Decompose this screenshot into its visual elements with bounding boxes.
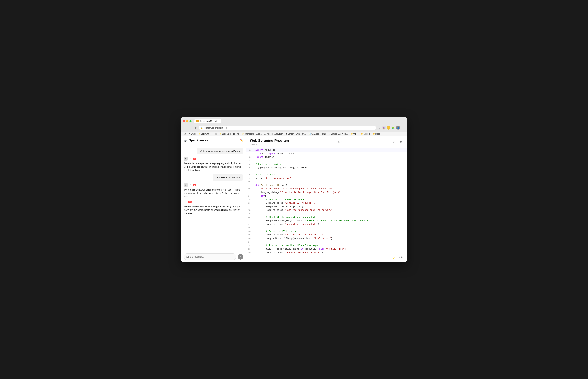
bookmark-langsmith[interactable]: 📁 LangSmith Projects: [218, 132, 240, 135]
line-num-12: 12: [246, 187, 253, 190]
line-num-23: 23: [246, 226, 253, 229]
line-num-9: 9: [246, 177, 253, 180]
maximize-window-button[interactable]: [189, 120, 192, 122]
extension-icon-2[interactable]: ⚡: [387, 126, 391, 130]
chat-input[interactable]: [184, 253, 236, 260]
line-num-17: 17: [246, 205, 253, 208]
bookmark-langchain-repos-label: LangChain Repos: [201, 133, 217, 135]
assistant-avatar-2: A: [184, 183, 188, 187]
extensions-icon[interactable]: 🧩: [391, 126, 395, 130]
browser-menu-button[interactable]: ⋮: [401, 126, 405, 130]
code-panel: Web Scraping Program Saved ✓ ← 3 / 3 → ⚙…: [246, 136, 407, 262]
code-line-8: 8 # URL to scrape: [246, 173, 407, 177]
gmail-icon: M: [189, 133, 190, 135]
code-line-7: 7: [246, 170, 407, 173]
user-message-1: Write a web scraping program in Python: [197, 148, 243, 155]
bookmark-claude[interactable]: ☁ Claude (Ant Work...: [328, 132, 349, 135]
line-code-1: import requests: [256, 148, 407, 152]
bookmark-star-icon[interactable]: ☆: [377, 126, 381, 130]
nav-icons-right: ☆ 🔮 ⚡ 🧩 👤 ⋮: [377, 126, 405, 130]
assistant-text-2b: I've completed the web scraping program …: [184, 205, 243, 215]
line-num-14: 14: [246, 194, 253, 198]
assistant-message-2: A ↗ 1× I've generated a web scraping pro…: [184, 183, 243, 215]
close-window-button[interactable]: [183, 120, 185, 122]
line-num-19: 19: [246, 212, 253, 215]
code-title: Web Scraping Program: [250, 139, 289, 143]
code-line-30: 30 logging.debug(f'Page title found: {ti…: [246, 251, 407, 253]
line-num-6: 6: [246, 166, 253, 169]
bookmark-claude-label: Claude (Ant Work...: [331, 133, 348, 135]
tab-favicon: [196, 120, 199, 122]
settings-button[interactable]: ⚙: [391, 139, 396, 145]
line-num-21: 21: [246, 219, 253, 222]
code-next-button[interactable]: →: [344, 140, 348, 144]
edit-chat-button[interactable]: ✏️: [240, 139, 243, 142]
code-line-29: 29 title = soup.title.string if soup.tit…: [246, 247, 407, 251]
share-icon-2[interactable]: ↗: [189, 183, 192, 187]
code-header: Web Scraping Program Saved ✓ ← 3 / 3 → ⚙…: [246, 136, 407, 147]
line-num-28: 28: [246, 244, 253, 247]
send-button[interactable]: ▶: [238, 254, 243, 259]
assistant-avatar-1: A: [184, 157, 188, 160]
code-prev-button[interactable]: ←: [331, 140, 336, 144]
code-line-1: 1 import requests: [246, 148, 407, 152]
active-tab[interactable]: Streaming UI chat ×: [194, 119, 221, 123]
code-line-2: 2 from bs4 import BeautifulSoup: [246, 152, 407, 155]
bookmark-models[interactable]: 📁 Models: [360, 132, 371, 135]
bookmark-docs[interactable]: 📁 Docs: [372, 132, 381, 135]
profile-icon[interactable]: 👤: [396, 126, 400, 130]
code-line-16: 16 logging.debug('Sending GET request...…: [246, 201, 407, 205]
sub-share-icon[interactable]: ↗: [184, 200, 187, 204]
minimize-window-button[interactable]: [186, 120, 188, 122]
bookmark-analytics[interactable]: 📊 Analytics | Home: [308, 132, 327, 135]
chat-panel: 💬 Open Canvas ✏️ Write a web scraping pr…: [181, 136, 246, 262]
saved-text: Saved: [250, 143, 255, 145]
line-num-13: 13: [246, 191, 253, 194]
badge-2: 1×: [193, 184, 196, 186]
assistant-header-2: A ↗ 1×: [184, 183, 243, 187]
code-nav: ← 3 / 3 →: [331, 140, 348, 144]
back-button[interactable]: ←: [183, 126, 187, 130]
line-code-9: url = 'https://example.com': [256, 177, 407, 180]
address-bar[interactable]: 🔒 opencanvas.langchain.com: [199, 126, 376, 130]
chat-input-area: ▶: [181, 251, 246, 262]
extension-icon-1[interactable]: 🔮: [382, 126, 386, 130]
assistant-sub-action: ↗ 1×: [184, 200, 243, 204]
copy-button[interactable]: ⧉: [398, 139, 404, 145]
line-code-13: logging.debug(f'Starting to fetch page t…: [256, 191, 407, 194]
line-code-27: [256, 240, 407, 244]
line-num-5: 5: [246, 162, 253, 166]
line-num-2: 2: [246, 152, 253, 155]
bookmark-dashboard[interactable]: ⚡ Dashboard | Supa...: [241, 132, 263, 135]
code-line-9: 9 url = 'https://example.com': [246, 177, 407, 180]
code-view-button[interactable]: </>: [399, 255, 404, 261]
line-code-16: logging.debug('Sending GET request...'): [256, 201, 407, 205]
folder-icon-2: 📁: [219, 133, 222, 135]
bookmark-langchain-repos[interactable]: 📁 LangChain Repos: [197, 132, 218, 135]
user-message-1-text: Write a web scraping program in Python: [200, 150, 241, 152]
bookmark-carbon[interactable]: ◆ Carbon | Create an...: [285, 132, 307, 135]
bookmark-apps[interactable]: ⊞: [183, 132, 187, 135]
line-num-20: 20: [246, 216, 253, 219]
folder-icon-1: 📁: [198, 133, 200, 135]
dashboard-icon: ⚡: [242, 133, 244, 135]
forward-button[interactable]: →: [188, 126, 193, 130]
bookmark-gmail[interactable]: M Gmail: [187, 132, 197, 135]
line-num-24: 24: [246, 230, 253, 233]
send-icon: ▶: [240, 255, 241, 258]
bookmark-other[interactable]: 📁 Other: [350, 132, 359, 135]
bookmark-vercel[interactable]: △ Vercel | LangChain: [263, 132, 284, 135]
code-line-15: 15 # Send a GET request to the URL: [246, 198, 407, 201]
share-icon-1[interactable]: ↗: [189, 157, 192, 160]
models-folder-icon: 📁: [361, 133, 363, 135]
refresh-button[interactable]: ↻: [194, 126, 198, 130]
line-code-6: logging.basicConfig(level=logging.DEBUG): [256, 166, 407, 170]
magic-wand-button[interactable]: ✨: [392, 255, 397, 261]
other-folder-icon: 📁: [351, 133, 353, 135]
tab-close-button[interactable]: ×: [218, 120, 219, 122]
new-tab-button[interactable]: +: [222, 119, 226, 123]
chat-header: 💬 Open Canvas ✏️: [181, 136, 246, 145]
more-options-button[interactable]: ⋮: [401, 119, 405, 123]
code-content[interactable]: 1 import requests 2 from bs4 import Beau…: [246, 147, 407, 253]
line-num-7: 7: [246, 170, 253, 173]
